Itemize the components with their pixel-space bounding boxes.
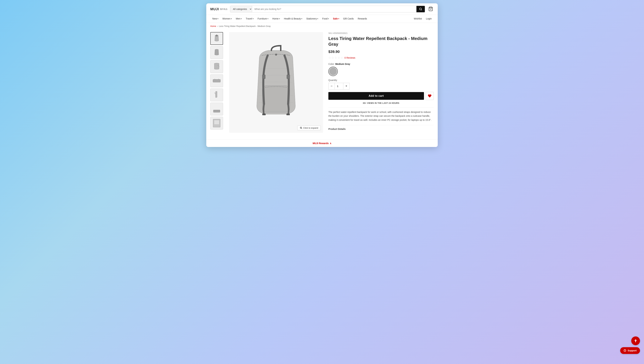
svg-rect-7 (213, 110, 220, 112)
browser-window: MUJI 無印良品 All categories New (206, 3, 438, 147)
sku-line: SKU 4550583530921 (328, 32, 434, 35)
breadcrumb-current: Less Tiring Water Repellent Backpack - M… (219, 25, 271, 27)
header: MUJI 無印良品 All categories (206, 3, 438, 15)
star-2: ☆ (332, 56, 334, 60)
category-select[interactable]: All categories (230, 6, 252, 12)
product-title: Less Tiring Water Repellent Backpack - M… (328, 36, 434, 47)
expand-button[interactable]: Click to expand (297, 125, 321, 130)
rewards-bar[interactable]: MUJI Rewards ∧ (206, 139, 438, 147)
chevron-down-icon: ▾ (268, 18, 268, 20)
quantity-label: Quantity (328, 79, 434, 81)
product-details-bar[interactable]: Product Details (328, 125, 434, 133)
search-button[interactable] (416, 6, 425, 12)
chevron-down-icon: ▾ (328, 18, 329, 20)
svg-rect-11 (287, 75, 290, 79)
wishlist-button[interactable] (426, 92, 434, 100)
nav-label-men: Men (236, 17, 240, 20)
logo-text: MUJI (210, 7, 219, 11)
chevron-down-icon: ▾ (253, 18, 254, 20)
nav-label-health-beauty: Health & Beauty (284, 17, 301, 20)
nav-item-rewards[interactable]: Rewards (356, 15, 369, 23)
thumbnail-7[interactable] (210, 117, 223, 129)
nav-item-sale[interactable]: Sale ▾ (331, 15, 341, 23)
chevron-up-icon: ∧ (330, 142, 332, 145)
nav-label-home: Home (272, 17, 278, 20)
reviews-link[interactable]: 0 Reviews (344, 56, 355, 59)
main-nav: New ▾ Women ▾ Men ▾ Travel ▾ Furniture ▾… (206, 15, 438, 23)
nav-item-furniture[interactable]: Furniture ▾ (256, 15, 270, 23)
nav-label-wishlist: Wishlist (414, 17, 422, 20)
nav-item-home[interactable]: Home ▾ (270, 15, 282, 23)
nav-item-food[interactable]: Food ▾ (320, 15, 331, 23)
product-info: SKU 4550583530921 Less Tiring Water Repe… (328, 32, 434, 133)
svg-rect-5 (213, 79, 220, 82)
nav-label-rewards: Rewards (358, 17, 367, 20)
svg-point-14 (275, 54, 277, 55)
svg-line-6 (214, 93, 216, 94)
star-1: ☆ (328, 56, 331, 60)
add-to-cart-button[interactable]: Add to cart (328, 92, 424, 100)
nav-item-health-beauty[interactable]: Health & Beauty ▾ (282, 15, 304, 23)
views-notice: 30+ VIEWS IN THE LAST 24 HOURS (328, 102, 434, 104)
nav-item-men[interactable]: Men ▾ (234, 15, 244, 23)
nav-label-gift-cards: Gift Cards (343, 17, 354, 20)
add-to-cart-row: Add to cart (328, 92, 434, 100)
thumbnail-2[interactable] (210, 46, 223, 59)
nav-label-new: New (212, 17, 217, 20)
breadcrumb: Home › Less Tiring Water Repellent Backp… (206, 23, 438, 29)
thumbnail-1[interactable] (210, 32, 223, 45)
quantity-input[interactable] (335, 83, 343, 90)
svg-rect-9 (214, 120, 219, 124)
chevron-down-icon: ▾ (231, 18, 232, 20)
svg-rect-10 (262, 75, 265, 79)
thumbnails (210, 32, 224, 133)
thumbnail-5[interactable] (210, 89, 223, 101)
nav-item-travel[interactable]: Travel ▾ (244, 15, 256, 23)
nav-label-furniture: Furniture (258, 17, 267, 20)
floating-buttons: Support (620, 336, 640, 354)
quantity-decrease-button[interactable]: − (328, 83, 335, 90)
nav-label-stationery: Stationery (306, 17, 317, 20)
nav-item-new[interactable]: New ▾ (210, 15, 220, 23)
chevron-down-icon: ▾ (301, 18, 302, 20)
sku-label: SKU (328, 32, 332, 35)
nav-label-women: Women (222, 17, 230, 20)
product-description: The perfect water-repellent backpack for… (328, 107, 434, 122)
support-button[interactable]: Support (620, 347, 640, 354)
color-swatch-medium-gray[interactable] (328, 67, 338, 76)
expand-label: Click to expand (303, 127, 318, 129)
chevron-down-icon: ▾ (338, 18, 339, 20)
svg-rect-12 (262, 114, 266, 115)
chevron-down-icon: ▾ (218, 18, 218, 20)
thumbnail-6[interactable] (210, 103, 223, 115)
main-image: Click to expand (229, 32, 323, 133)
nav-label-food: Food (322, 17, 328, 20)
cart-button[interactable] (428, 6, 434, 13)
color-row: Color: Medium Gray (328, 63, 434, 76)
color-label: Color: Medium Gray (328, 63, 434, 65)
nav-item-gift-cards[interactable]: Gift Cards (341, 15, 356, 23)
header-actions (428, 6, 434, 13)
quantity-increase-button[interactable]: + (343, 83, 350, 90)
thumbnail-3[interactable] (210, 60, 223, 73)
nav-item-stationery[interactable]: Stationery ▾ (304, 15, 320, 23)
svg-point-19 (635, 339, 636, 340)
nav-right: Wishlist Login (412, 15, 434, 23)
search-input[interactable] (252, 6, 416, 12)
nav-label-travel: Travel (246, 17, 252, 20)
star-4: ☆ (338, 56, 340, 60)
breadcrumb-home[interactable]: Home (210, 25, 216, 27)
nav-label-login: Login (426, 17, 432, 20)
chevron-down-icon: ▾ (279, 18, 280, 20)
nav-item-wishlist[interactable]: Wishlist (412, 15, 424, 23)
quantity-row: Quantity − + (328, 79, 434, 90)
accessibility-button[interactable] (631, 336, 640, 345)
svg-line-1 (421, 10, 422, 10)
nav-item-women[interactable]: Women ▾ (220, 15, 234, 23)
thumbnail-4[interactable] (210, 74, 223, 87)
logo[interactable]: MUJI 無印良品 (210, 7, 228, 11)
support-label: Support (628, 349, 636, 352)
nav-item-login[interactable]: Login (424, 15, 434, 23)
star-5: ☆ (340, 56, 343, 60)
search-bar: All categories (230, 6, 425, 13)
